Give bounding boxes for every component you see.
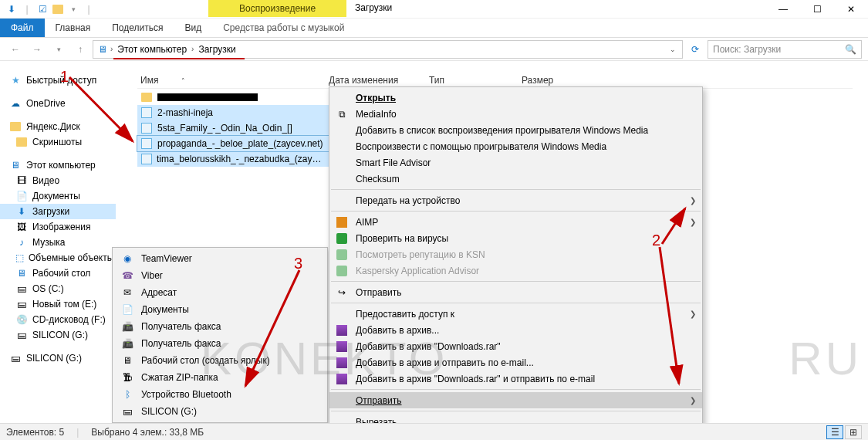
title-bar: ⬇ | ☑ ▾ | Воспроизведение Загрузки — ☐ ✕ — [0, 0, 868, 19]
close-button[interactable]: ✕ — [834, 0, 868, 19]
ctx-send-to[interactable]: Отправить❯ — [329, 392, 702, 408]
bluetooth-icon: ᛒ — [121, 388, 133, 401]
sendto-documents[interactable]: 📄Документы — [115, 301, 325, 318]
ctx-rar-add[interactable]: Добавить в архив... — [329, 322, 702, 338]
ctx-wmp-add[interactable]: Добавить в список воспроизведения проигр… — [329, 122, 702, 138]
separator — [331, 211, 701, 212]
list-item[interactable]: 5sta_Family_-_Odin_Na_Odin_[] — [137, 120, 329, 136]
download-icon: ⬇ — [15, 205, 28, 218]
sidebar-screenshots[interactable]: Скриншоты — [0, 134, 116, 150]
sidebar-desktop[interactable]: 🖥Рабочий стол — [0, 266, 116, 281]
qa-dropdown-icon[interactable]: ▾ — [66, 2, 80, 16]
search-input[interactable]: Поиск: Загрузки 🔍 — [708, 40, 862, 59]
col-date[interactable]: Дата изменения — [329, 75, 429, 86]
sidebar-music[interactable]: ♪Музыка — [0, 235, 116, 250]
ctx-mediainfo[interactable]: ⧉MediaInfo — [329, 106, 702, 122]
col-size[interactable]: Размер — [522, 75, 583, 86]
sidebar-pictures[interactable]: 🖼Изображения — [0, 219, 116, 235]
chevron-right-icon[interactable]: › — [191, 45, 194, 53]
ctx-sfa[interactable]: Smart File Advisor — [329, 154, 702, 171]
refresh-button[interactable]: ⟳ — [686, 44, 704, 55]
list-item[interactable]: propaganda_-_beloe_plate_(zaycev.net) — [137, 136, 329, 151]
breadcrumb[interactable]: 🖥 › Этот компьютер › Загрузки ⌄ — [93, 40, 683, 59]
separator — [331, 389, 701, 390]
desktop-icon: 🖥 — [121, 354, 133, 367]
sidebar-silicon-g[interactable]: 🖴SILICON (G:) — [0, 327, 116, 343]
down-arrow-icon[interactable]: ⬇ — [5, 2, 19, 16]
list-item[interactable]: 2-mashi-ineja — [137, 105, 329, 120]
nav-recent-dropdown[interactable]: ▾ — [49, 40, 68, 59]
drive-icon: 🖴 — [15, 283, 28, 295]
sidebar-onedrive[interactable]: ☁OneDrive — [0, 96, 116, 111]
cloud-icon: ☁ — [9, 97, 22, 110]
ctx-cast[interactable]: Передать на устройство❯ — [329, 192, 702, 208]
sendto-zip[interactable]: 🗜Сжатая ZIP-папка — [115, 369, 325, 386]
navigation-pane: ★Быстрый доступ ☁OneDrive Яндекс.Диск Ск… — [0, 69, 116, 421]
ctx-rar-dl-email[interactable]: Добавить в архив "Downloads.rar" и отпра… — [329, 371, 702, 387]
monitor-icon: 🖥 — [9, 159, 22, 171]
sendto-desktop-shortcut[interactable]: 🖥Рабочий стол (создать ярлык) — [115, 352, 325, 369]
aimp-icon — [336, 216, 348, 228]
sidebar-this-pc[interactable]: 🖥Этот компьютер — [0, 157, 116, 173]
sidebar-silicon-g2[interactable]: 🖴SILICON (G:) — [0, 350, 116, 366]
checkbox-icon[interactable]: ☑ — [35, 2, 49, 16]
share-icon: ↪ — [336, 286, 348, 299]
sidebar-3d[interactable]: ⬚Объемные объекты — [0, 250, 116, 266]
ctx-scan[interactable]: Проверить на вирусы — [329, 230, 702, 246]
ctx-share-send[interactable]: ↪Отправить — [329, 284, 702, 300]
sendto-viber[interactable]: ☎Viber — [115, 267, 325, 284]
view-details-button[interactable]: ☰ — [826, 425, 843, 439]
sidebar-drive-c[interactable]: 🖴OS (C:) — [0, 281, 116, 296]
watermark-text: RU — [789, 332, 862, 385]
ctx-checksum[interactable]: Checksum — [329, 171, 702, 187]
ctx-aimp[interactable]: AIMP❯ — [329, 214, 702, 230]
sendto-fax1[interactable]: 📠Получатель факса — [115, 318, 325, 335]
sendto-teamviewer[interactable]: ◉TeamViewer — [115, 250, 325, 267]
ctx-rar-downloads[interactable]: Добавить в архив "Downloads.rar" — [329, 338, 702, 354]
ctx-give-access[interactable]: Предоставить доступ к❯ — [329, 306, 702, 322]
breadcrumb-pc[interactable]: Этот компьютер — [114, 44, 190, 55]
sidebar-documents[interactable]: 📄Документы — [0, 188, 116, 204]
mail-icon: ✉ — [121, 286, 133, 299]
sendto-mail[interactable]: ✉Адресат — [115, 284, 325, 301]
maximize-button[interactable]: ☐ — [800, 0, 834, 19]
breadcrumb-downloads[interactable]: Загрузки — [195, 44, 238, 55]
view-thumbnails-button[interactable]: ⊞ — [845, 425, 862, 439]
monitor-icon: 🖥 — [96, 43, 109, 56]
tab-home[interactable]: Главная — [45, 19, 102, 37]
breadcrumb-dropdown-icon[interactable]: ⌄ — [670, 46, 679, 53]
folder-icon[interactable] — [51, 2, 65, 16]
col-name[interactable]: Имя˄ — [137, 75, 329, 86]
ctx-rar-email[interactable]: Добавить в архив и отправить по e-mail..… — [329, 354, 702, 371]
nav-up-button[interactable]: ↑ — [71, 40, 90, 59]
sidebar-drive-e[interactable]: 🖴Новый том (E:) — [0, 296, 116, 312]
rar-icon — [336, 324, 348, 337]
ctx-wmp-play[interactable]: Воспроизвести с помощью проигрывателя Wi… — [329, 138, 702, 154]
sidebar-quick-access[interactable]: ★Быстрый доступ — [0, 73, 116, 88]
sidebar-optical-f[interactable]: 💿CD-дисковод (F:) — [0, 312, 116, 327]
sendto-bluetooth[interactable]: ᛒУстройство Bluetooth — [115, 386, 325, 403]
col-type[interactable]: Тип — [429, 75, 522, 86]
audio-file-icon — [140, 137, 153, 150]
sidebar-yandex-disk[interactable]: Яндекс.Диск — [0, 119, 116, 134]
chevron-right-icon[interactable]: › — [110, 45, 113, 53]
tab-file[interactable]: Файл — [0, 19, 45, 37]
tab-music-tools[interactable]: Средства работы с музыкой — [212, 19, 355, 37]
list-item-folder[interactable] — [137, 90, 329, 105]
sendto-silicon-g[interactable]: 🖴SILICON (G:) — [115, 403, 325, 420]
tab-view[interactable]: Вид — [174, 19, 212, 37]
minimize-button[interactable]: — — [766, 0, 800, 19]
sidebar-downloads[interactable]: ⬇Загрузки — [0, 204, 116, 219]
search-placeholder: Поиск: Загрузки — [713, 44, 781, 55]
cube-icon: ⬚ — [15, 252, 24, 264]
sidebar-videos[interactable]: 🎞Видео — [0, 173, 116, 188]
zip-icon: 🗜 — [121, 371, 133, 384]
nav-forward-button[interactable]: → — [28, 40, 46, 59]
nav-back-button[interactable]: ← — [6, 40, 25, 59]
sendto-fax2[interactable]: 📠Получатель факса — [115, 335, 325, 352]
list-item[interactable]: tima_belorusskikh_-_nezabudka_(zaycev...… — [137, 151, 329, 167]
tab-share[interactable]: Поделиться — [101, 19, 174, 37]
separator — [331, 411, 701, 411]
ctx-open[interactable]: Открыть — [329, 90, 702, 106]
rar-icon — [336, 357, 348, 369]
